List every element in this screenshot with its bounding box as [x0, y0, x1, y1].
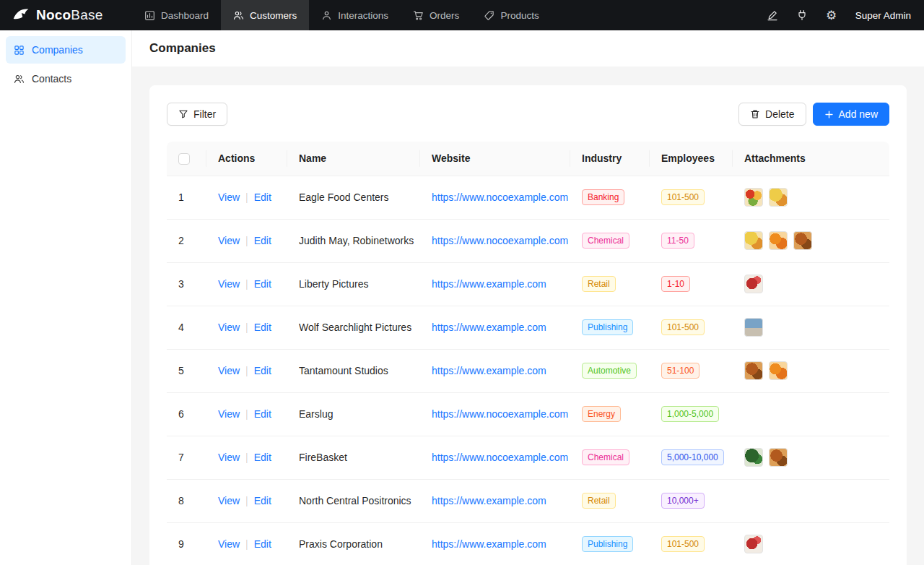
- navbar-actions: ⚙Super Admin: [761, 4, 924, 27]
- orders-icon: [413, 10, 424, 21]
- table-row: 2View|EditJudith May, Robinetworkshttps:…: [167, 219, 889, 262]
- edit-link[interactable]: Edit: [254, 365, 271, 376]
- table-row: 4View|EditWolf Searchlight Pictureshttps…: [167, 306, 889, 349]
- attachment-thumbnail[interactable]: [744, 535, 763, 553]
- action-divider: |: [245, 365, 248, 376]
- table-row: 3View|EditLiberty Pictureshttps://www.ex…: [167, 262, 889, 306]
- row-index: 1: [178, 191, 184, 203]
- toolbar: Filter Delete Add new: [167, 103, 889, 126]
- attachment-thumbnail[interactable]: [744, 231, 763, 250]
- website-link[interactable]: https://www.nocoexample.com: [432, 191, 568, 203]
- settings-icon[interactable]: ⚙: [820, 4, 843, 27]
- website-link[interactable]: https://www.nocoexample.com: [432, 452, 568, 463]
- attachment-thumbnail[interactable]: [769, 448, 788, 467]
- nav-item-label: Customers: [250, 10, 297, 21]
- company-name: Tantamount Studios: [299, 365, 388, 376]
- view-link[interactable]: View: [218, 495, 240, 506]
- attachment-thumbnail[interactable]: [769, 231, 788, 250]
- employees-tag: 101-500: [661, 189, 705, 205]
- sidebar: CompaniesContacts: [0, 30, 132, 565]
- top-nav: DashboardCustomersInteractionsOrdersProd…: [132, 0, 552, 30]
- companies-table: ActionsNameWebsiteIndustryEmployeesAttac…: [167, 142, 889, 565]
- attachment-thumbnail[interactable]: [744, 275, 763, 293]
- select-all-checkbox[interactable]: [178, 153, 190, 165]
- ui-editor-icon[interactable]: [761, 4, 784, 27]
- nav-item-customers[interactable]: Customers: [221, 0, 309, 30]
- view-link[interactable]: View: [218, 538, 240, 550]
- edit-link[interactable]: Edit: [254, 538, 271, 550]
- employees-tag: 1,000-5,000: [661, 406, 719, 422]
- company-name: North Central Positronics: [299, 495, 411, 506]
- nocobase-logo-icon: [12, 6, 30, 25]
- edit-link[interactable]: Edit: [254, 495, 271, 506]
- attachment-thumbnail[interactable]: [769, 361, 788, 380]
- company-name: Eagle Food Centers: [299, 191, 389, 203]
- filter-button[interactable]: Filter: [167, 103, 227, 126]
- attachment-thumbnail[interactable]: [744, 361, 763, 380]
- attachment-thumbnail[interactable]: [744, 318, 763, 337]
- website-link[interactable]: https://www.example.com: [432, 365, 546, 376]
- edit-link[interactable]: Edit: [254, 278, 271, 290]
- column-header-label: Website: [432, 152, 470, 164]
- edit-link[interactable]: Edit: [254, 191, 271, 203]
- view-link[interactable]: View: [218, 191, 240, 203]
- content-area: Filter Delete Add new ActionsNameWebsite…: [132, 66, 924, 565]
- company-name: FireBasket: [299, 452, 347, 463]
- attachments-cell: [744, 318, 878, 337]
- table-header-row: ActionsNameWebsiteIndustryEmployeesAttac…: [167, 142, 889, 176]
- attachment-thumbnail[interactable]: [793, 231, 812, 250]
- website-link[interactable]: https://www.nocoexample.com: [432, 235, 568, 246]
- trash-icon: [750, 109, 760, 119]
- edit-link[interactable]: Edit: [254, 408, 271, 420]
- website-link[interactable]: https://www.example.com: [432, 495, 546, 506]
- edit-link[interactable]: Edit: [254, 452, 271, 463]
- edit-link[interactable]: Edit: [254, 235, 271, 246]
- employees-tag: 5,000-10,000: [661, 449, 724, 465]
- attachments-cell: [744, 275, 878, 293]
- view-link[interactable]: View: [218, 452, 240, 463]
- column-header-label: Actions: [218, 152, 255, 164]
- delete-button[interactable]: Delete: [738, 103, 806, 126]
- industry-tag: Retail: [582, 276, 616, 292]
- table-body: 1View|EditEagle Food Centershttps://www.…: [167, 176, 889, 565]
- action-divider: |: [245, 191, 248, 203]
- row-index: 3: [178, 278, 184, 290]
- attachments-cell: [744, 361, 878, 380]
- attachment-thumbnail[interactable]: [769, 188, 788, 207]
- company-name: Liberty Pictures: [299, 278, 368, 290]
- nocobase-logo[interactable]: NocoBase: [0, 6, 132, 25]
- view-link[interactable]: View: [218, 322, 240, 333]
- nav-item-products[interactable]: Products: [471, 0, 551, 30]
- plugin-icon[interactable]: [790, 4, 814, 27]
- column-header-website: Website: [420, 142, 570, 176]
- attachment-thumbnail[interactable]: [744, 448, 763, 467]
- view-link[interactable]: View: [218, 278, 240, 290]
- view-link[interactable]: View: [218, 365, 240, 376]
- nav-item-label: Products: [500, 10, 539, 21]
- view-link[interactable]: View: [218, 235, 240, 246]
- website-link[interactable]: https://www.nocoexample.com: [432, 408, 568, 420]
- dashboard-icon: [144, 10, 155, 21]
- table-row: 5View|EditTantamount Studioshttps://www.…: [167, 349, 889, 392]
- website-link[interactable]: https://www.example.com: [432, 322, 546, 333]
- nav-item-dashboard[interactable]: Dashboard: [132, 0, 221, 30]
- nav-item-orders[interactable]: Orders: [401, 0, 471, 30]
- website-link[interactable]: https://www.example.com: [432, 538, 546, 550]
- column-header-employees: Employees: [650, 142, 733, 176]
- user-name[interactable]: Super Admin: [855, 10, 911, 21]
- company-name: Praxis Corporation: [299, 538, 383, 550]
- employees-tag: 1-10: [661, 276, 690, 292]
- add-new-button[interactable]: Add new: [813, 103, 889, 126]
- website-link[interactable]: https://www.example.com: [432, 278, 546, 290]
- row-index: 6: [178, 408, 184, 420]
- sidebar-item-contacts[interactable]: Contacts: [6, 65, 126, 92]
- attachment-thumbnail[interactable]: [744, 188, 763, 207]
- attachments-cell: [744, 448, 878, 467]
- view-link[interactable]: View: [218, 408, 240, 420]
- edit-link[interactable]: Edit: [254, 322, 271, 333]
- action-divider: |: [245, 452, 248, 463]
- plus-icon: [824, 110, 834, 119]
- sidebar-item-companies[interactable]: Companies: [6, 36, 126, 64]
- table-row: 8View|EditNorth Central Positronicshttps…: [167, 479, 889, 522]
- nav-item-interactions[interactable]: Interactions: [309, 0, 401, 30]
